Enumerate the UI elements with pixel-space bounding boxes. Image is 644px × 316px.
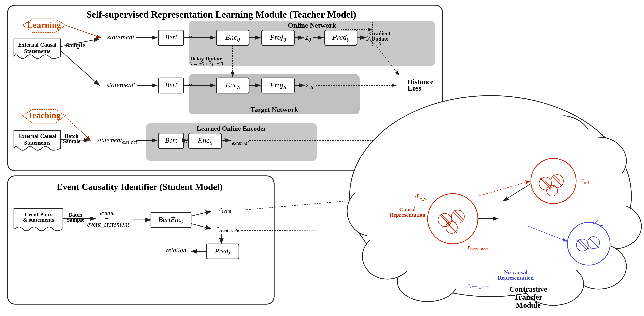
event-statement-label: event_statement bbox=[87, 221, 129, 228]
svg-point-63 bbox=[531, 158, 576, 204]
relation-label: relation bbox=[166, 246, 186, 254]
teacher-module-title: Self-supervised Representation Learning … bbox=[87, 9, 356, 20]
contrastive-module-title: Contrastive bbox=[509, 285, 547, 293]
ext-causal-1-label: External Causal bbox=[18, 41, 56, 48]
distance-loss-label-2: Loss bbox=[408, 84, 421, 92]
statement-label: statement bbox=[107, 33, 135, 41]
no-causal-rep-label-2: Representation bbox=[498, 275, 534, 281]
delay-update-formula: δ ← τδ + (1−τ)θ bbox=[189, 61, 223, 67]
online-network-label: Online Network bbox=[288, 21, 336, 29]
ext-causal-2-label-2: Statements bbox=[24, 140, 50, 146]
teaching-label: Teaching bbox=[27, 111, 60, 120]
learned-encoder-label: Learned Online Encoder bbox=[197, 125, 266, 132]
ext-causal-1-label-2: Statements bbox=[24, 48, 50, 54]
sample-label: Sample bbox=[66, 42, 85, 49]
causal-rep-label-2: Representation bbox=[390, 212, 426, 218]
batch-sample-1-label-2: Sample bbox=[63, 138, 80, 144]
target-network-label: Target Network bbox=[250, 106, 298, 113]
svg-point-72 bbox=[428, 194, 478, 244]
ext-causal-2-label: External Causal bbox=[18, 133, 56, 139]
event-pairs-label-2: & statements bbox=[23, 217, 54, 223]
svg-rect-39 bbox=[8, 176, 274, 304]
svg-point-81 bbox=[567, 222, 610, 265]
slash-2: // bbox=[188, 81, 192, 89]
batch-sample-2-label-2: Sample bbox=[67, 217, 84, 223]
bert-3-node: Bert bbox=[165, 136, 177, 144]
statement-prime-label: statement′ bbox=[106, 81, 135, 89]
delay-update-label: Delay Update bbox=[190, 55, 222, 62]
bert-2-node: Bert bbox=[165, 81, 177, 89]
bert-1-node: Bert bbox=[165, 33, 177, 41]
student-module-title: Event Causality Identifier (Student Mode… bbox=[57, 182, 222, 192]
contrastive-module-title-3: Module bbox=[516, 301, 541, 309]
slash-1: // bbox=[188, 33, 192, 41]
learning-label: Learning bbox=[27, 20, 61, 30]
gradient-update-theta: θ bbox=[379, 41, 381, 47]
contrastive-module-title-2: Transfer bbox=[514, 293, 542, 301]
